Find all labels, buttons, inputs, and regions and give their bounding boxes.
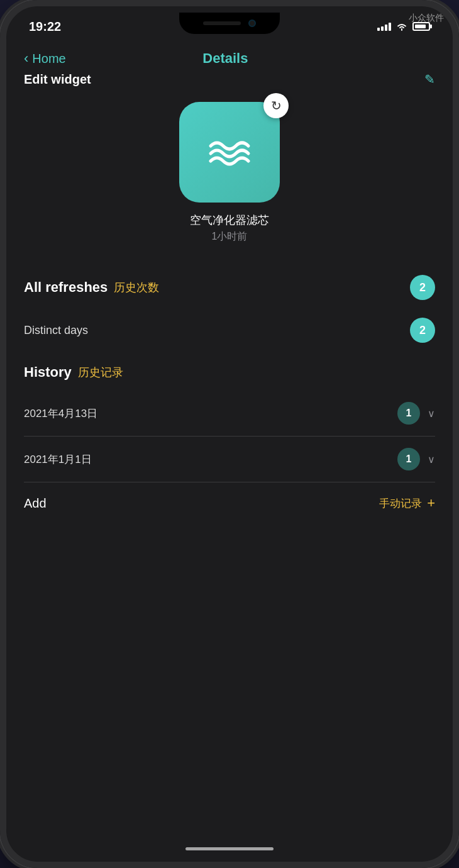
history-right-2: 1 ∨: [397, 448, 435, 470]
history-item-1[interactable]: 2021年4月13日 1 ∨: [24, 391, 435, 436]
history-label-zh: 历史记录: [78, 365, 123, 380]
distinct-days-count: 2: [419, 324, 426, 337]
back-button[interactable]: ‹ Home: [24, 50, 66, 67]
back-label: Home: [32, 52, 65, 66]
history-count-badge-2: 1: [397, 448, 420, 470]
widget-preview: ↻ 空气净化器滤芯 1小时前: [24, 102, 435, 243]
nav-bar: ‹ Home Details: [6, 40, 453, 72]
history-date-2: 2021年1月1日: [24, 452, 92, 467]
wifi-icon: [396, 22, 407, 31]
history-date-1: 2021年4月13日: [24, 406, 97, 421]
widget-card: ↻: [179, 102, 280, 203]
content-area: Edit widget ✎ ↻ 空气净化器滤芯 1小时前: [6, 72, 453, 521]
refresh-button[interactable]: ↻: [263, 93, 289, 118]
all-refreshes-count: 2: [419, 281, 426, 294]
widget-name: 空气净化器滤芯: [190, 213, 269, 228]
signal-icon: [377, 22, 391, 31]
chevron-down-icon-1: ∨: [428, 408, 435, 420]
history-item-2[interactable]: 2021年1月1日 1 ∨: [24, 437, 435, 482]
all-refreshes-label: All refreshes: [24, 279, 108, 296]
history-right-1: 1 ∨: [397, 402, 435, 425]
distinct-days-badge: 2: [410, 318, 435, 343]
edit-icon[interactable]: ✎: [424, 72, 435, 87]
all-refreshes-badge: 2: [410, 275, 435, 300]
screen: 19:22 ‹ Home Details: [6, 6, 453, 862]
history-count-badge-1: 1: [397, 402, 420, 425]
distinct-days-label: Distinct days: [24, 324, 88, 337]
all-refreshes-row: All refreshes 历史次数 2: [24, 266, 435, 309]
chevron-down-icon-2: ∨: [428, 453, 435, 465]
all-refreshes-label-group: All refreshes 历史次数: [24, 279, 159, 296]
widget-time-ago: 1小时前: [212, 230, 248, 243]
front-camera: [248, 19, 256, 27]
add-label: Add: [24, 496, 47, 511]
wave-icon: [204, 133, 255, 171]
add-label-zh: 手动记录: [379, 496, 422, 511]
add-row[interactable]: Add 手动记录 +: [24, 482, 435, 521]
page-title: Details: [202, 50, 248, 67]
history-label: History: [24, 364, 72, 381]
speaker: [203, 21, 241, 25]
distinct-days-row: Distinct days 2: [24, 309, 435, 352]
notch: [179, 13, 280, 34]
phone-frame: 小众软件 19:22: [0, 0, 459, 868]
refresh-icon: ↻: [271, 98, 282, 113]
status-time: 19:22: [29, 19, 61, 34]
watermark: 小众软件: [409, 13, 444, 24]
edit-widget-header: Edit widget ✎: [24, 72, 435, 87]
add-plus-icon[interactable]: +: [427, 495, 435, 511]
chevron-left-icon: ‹: [24, 50, 28, 67]
all-refreshes-label-zh: 历史次数: [114, 280, 159, 295]
history-header: History 历史记录: [24, 352, 435, 391]
home-indicator: [185, 847, 274, 850]
add-right: 手动记录 +: [379, 495, 435, 511]
edit-widget-label: Edit widget: [24, 72, 91, 87]
